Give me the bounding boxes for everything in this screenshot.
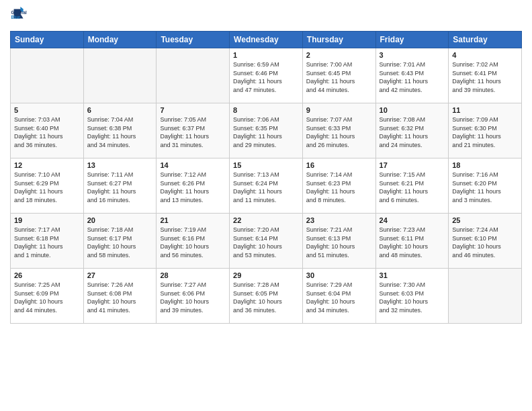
day-cell-2: 2Sunrise: 7:00 AM Sunset: 6:45 PM Daylig… (302, 48, 375, 103)
day-info: Sunrise: 7:26 AM Sunset: 6:08 PM Dayligh… (87, 281, 153, 314)
day-cell-5: 5Sunrise: 7:03 AM Sunset: 6:40 PM Daylig… (11, 103, 84, 158)
day-info: Sunrise: 7:00 AM Sunset: 6:45 PM Dayligh… (306, 60, 372, 94)
day-header-tuesday: Tuesday (157, 32, 230, 48)
empty-cell (11, 48, 84, 103)
day-cell-26: 26Sunrise: 7:25 AM Sunset: 6:09 PM Dayli… (11, 269, 84, 324)
day-cell-6: 6Sunrise: 7:04 AM Sunset: 6:38 PM Daylig… (83, 103, 157, 158)
svg-text:Blue: Blue (11, 15, 20, 19)
day-cell-29: 29Sunrise: 7:28 AM Sunset: 6:05 PM Dayli… (230, 269, 303, 324)
day-header-friday: Friday (375, 32, 449, 48)
day-cell-27: 27Sunrise: 7:26 AM Sunset: 6:08 PM Dayli… (83, 269, 157, 324)
day-info: Sunrise: 7:03 AM Sunset: 6:40 PM Dayligh… (14, 116, 80, 149)
day-header-monday: Monday (83, 32, 157, 48)
day-info: Sunrise: 7:10 AM Sunset: 6:29 PM Dayligh… (14, 171, 80, 204)
week-row-4: 26Sunrise: 7:25 AM Sunset: 6:09 PM Dayli… (11, 269, 522, 324)
day-info: Sunrise: 7:19 AM Sunset: 6:16 PM Dayligh… (160, 226, 226, 259)
day-info: Sunrise: 7:07 AM Sunset: 6:33 PM Dayligh… (306, 116, 372, 149)
day-cell-16: 16Sunrise: 7:14 AM Sunset: 6:23 PM Dayli… (302, 158, 375, 214)
day-number: 6 (87, 106, 153, 114)
day-info: Sunrise: 7:24 AM Sunset: 6:10 PM Dayligh… (452, 226, 518, 259)
empty-cell (157, 48, 230, 103)
day-number: 13 (87, 161, 153, 169)
day-info: Sunrise: 7:17 AM Sunset: 6:18 PM Dayligh… (14, 226, 80, 259)
day-number: 5 (14, 106, 80, 114)
day-number: 31 (380, 271, 445, 279)
day-cell-18: 18Sunrise: 7:16 AM Sunset: 6:20 PM Dayli… (449, 158, 522, 214)
day-info: Sunrise: 7:16 AM Sunset: 6:20 PM Dayligh… (452, 171, 518, 204)
logo-icon: GeneralBlue (10, 7, 29, 26)
empty-cell (449, 269, 522, 324)
week-row-2: 12Sunrise: 7:10 AM Sunset: 6:29 PM Dayli… (11, 158, 522, 214)
day-cell-20: 20Sunrise: 7:18 AM Sunset: 6:17 PM Dayli… (83, 214, 157, 269)
empty-cell (83, 48, 157, 103)
day-info: Sunrise: 7:14 AM Sunset: 6:23 PM Dayligh… (306, 171, 372, 204)
day-info: Sunrise: 7:11 AM Sunset: 6:27 PM Dayligh… (87, 171, 153, 204)
day-cell-13: 13Sunrise: 7:11 AM Sunset: 6:27 PM Dayli… (83, 158, 157, 214)
calendar-header-row: SundayMondayTuesdayWednesdayThursdayFrid… (11, 32, 522, 48)
day-cell-23: 23Sunrise: 7:21 AM Sunset: 6:13 PM Dayli… (302, 214, 375, 269)
day-info: Sunrise: 7:28 AM Sunset: 6:05 PM Dayligh… (233, 281, 299, 314)
day-header-saturday: Saturday (449, 32, 522, 48)
day-number: 3 (380, 51, 445, 59)
day-info: Sunrise: 7:01 AM Sunset: 6:43 PM Dayligh… (380, 60, 445, 94)
day-cell-15: 15Sunrise: 7:13 AM Sunset: 6:24 PM Dayli… (230, 158, 303, 214)
day-number: 8 (233, 106, 299, 114)
day-number: 9 (306, 106, 372, 114)
day-number: 20 (87, 216, 153, 224)
day-info: Sunrise: 7:18 AM Sunset: 6:17 PM Dayligh… (87, 226, 153, 259)
day-info: Sunrise: 7:27 AM Sunset: 6:06 PM Dayligh… (160, 281, 226, 314)
day-cell-8: 8Sunrise: 7:06 AM Sunset: 6:35 PM Daylig… (230, 103, 303, 158)
day-number: 18 (452, 161, 518, 169)
day-info: Sunrise: 7:02 AM Sunset: 6:41 PM Dayligh… (452, 60, 518, 94)
day-cell-10: 10Sunrise: 7:08 AM Sunset: 6:32 PM Dayli… (375, 103, 449, 158)
day-cell-3: 3Sunrise: 7:01 AM Sunset: 6:43 PM Daylig… (375, 48, 449, 103)
day-info: Sunrise: 7:13 AM Sunset: 6:24 PM Dayligh… (233, 171, 299, 204)
day-info: Sunrise: 6:59 AM Sunset: 6:46 PM Dayligh… (233, 60, 299, 94)
day-number: 23 (306, 216, 372, 224)
day-info: Sunrise: 7:29 AM Sunset: 6:04 PM Dayligh… (306, 281, 372, 314)
day-number: 16 (306, 161, 372, 169)
day-number: 26 (14, 271, 80, 279)
svg-text:General: General (11, 10, 27, 15)
day-number: 19 (14, 216, 80, 224)
logo: GeneralBlue (10, 7, 30, 26)
day-info: Sunrise: 7:21 AM Sunset: 6:13 PM Dayligh… (306, 226, 372, 259)
day-number: 15 (233, 161, 299, 169)
week-row-0: 1Sunrise: 6:59 AM Sunset: 6:46 PM Daylig… (11, 48, 522, 103)
day-cell-24: 24Sunrise: 7:23 AM Sunset: 6:11 PM Dayli… (375, 214, 449, 269)
page: GeneralBlue SundayMondayTuesdayWednesday… (0, 0, 532, 411)
day-cell-19: 19Sunrise: 7:17 AM Sunset: 6:18 PM Dayli… (11, 214, 84, 269)
day-number: 27 (87, 271, 153, 279)
day-info: Sunrise: 7:05 AM Sunset: 6:37 PM Dayligh… (160, 116, 226, 149)
day-info: Sunrise: 7:20 AM Sunset: 6:14 PM Dayligh… (233, 226, 299, 259)
day-info: Sunrise: 7:30 AM Sunset: 6:03 PM Dayligh… (380, 281, 445, 314)
day-number: 2 (306, 51, 372, 59)
day-number: 10 (380, 106, 445, 114)
week-row-1: 5Sunrise: 7:03 AM Sunset: 6:40 PM Daylig… (11, 103, 522, 158)
day-info: Sunrise: 7:12 AM Sunset: 6:26 PM Dayligh… (160, 171, 226, 204)
day-header-wednesday: Wednesday (230, 32, 303, 48)
day-cell-11: 11Sunrise: 7:09 AM Sunset: 6:30 PM Dayli… (449, 103, 522, 158)
header: GeneralBlue (10, 7, 522, 26)
day-info: Sunrise: 7:06 AM Sunset: 6:35 PM Dayligh… (233, 116, 299, 149)
day-number: 14 (160, 161, 226, 169)
day-cell-4: 4Sunrise: 7:02 AM Sunset: 6:41 PM Daylig… (449, 48, 522, 103)
day-cell-21: 21Sunrise: 7:19 AM Sunset: 6:16 PM Dayli… (157, 214, 230, 269)
day-cell-25: 25Sunrise: 7:24 AM Sunset: 6:10 PM Dayli… (449, 214, 522, 269)
day-cell-17: 17Sunrise: 7:15 AM Sunset: 6:21 PM Dayli… (375, 158, 449, 214)
day-number: 17 (380, 161, 445, 169)
day-cell-28: 28Sunrise: 7:27 AM Sunset: 6:06 PM Dayli… (157, 269, 230, 324)
day-cell-1: 1Sunrise: 6:59 AM Sunset: 6:46 PM Daylig… (230, 48, 303, 103)
day-info: Sunrise: 7:04 AM Sunset: 6:38 PM Dayligh… (87, 116, 153, 149)
day-info: Sunrise: 7:15 AM Sunset: 6:21 PM Dayligh… (380, 171, 445, 204)
day-number: 7 (160, 106, 226, 114)
week-row-3: 19Sunrise: 7:17 AM Sunset: 6:18 PM Dayli… (11, 214, 522, 269)
day-cell-12: 12Sunrise: 7:10 AM Sunset: 6:29 PM Dayli… (11, 158, 84, 214)
calendar: SundayMondayTuesdayWednesdayThursdayFrid… (10, 31, 522, 324)
day-number: 21 (160, 216, 226, 224)
day-number: 29 (233, 271, 299, 279)
day-cell-7: 7Sunrise: 7:05 AM Sunset: 6:37 PM Daylig… (157, 103, 230, 158)
day-header-sunday: Sunday (11, 32, 84, 48)
day-number: 4 (452, 51, 518, 59)
day-cell-22: 22Sunrise: 7:20 AM Sunset: 6:14 PM Dayli… (230, 214, 303, 269)
